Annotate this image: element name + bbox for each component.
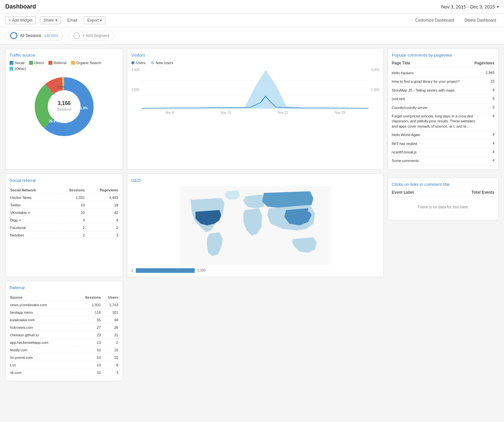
users-cell: 9 bbox=[101, 362, 118, 369]
users-dot-icon bbox=[131, 61, 135, 64]
page-title-cell: StoryMap JS - Telling stories with maps. bbox=[392, 88, 478, 93]
svg-point-5 bbox=[48, 90, 81, 123]
table-row: How to find a good library for your proj… bbox=[392, 78, 495, 86]
users-cell: 44 bbox=[101, 317, 118, 324]
segment-percentage: 100.00% bbox=[44, 34, 58, 38]
sessions-cell: 27 bbox=[75, 324, 101, 331]
pageviews-cell: 4 bbox=[478, 158, 495, 163]
table-row: kulakowka.com5544 bbox=[10, 317, 118, 324]
users-cell: 10 bbox=[101, 347, 118, 354]
ref-col-source: Source bbox=[10, 294, 74, 301]
svg-text:61.8%: 61.8% bbox=[79, 106, 88, 110]
network-cell: Facebook bbox=[10, 224, 56, 231]
popular-comments-header: Page Title Pageviews bbox=[392, 61, 495, 68]
referral-card: Referral Source Sessions Users news.ycom… bbox=[5, 281, 123, 381]
email-button[interactable]: Email bbox=[65, 17, 80, 24]
users-cell: 101 bbox=[101, 309, 118, 316]
visitors-chart-svg bbox=[142, 67, 369, 109]
social-referral-title: Social referral bbox=[9, 178, 119, 183]
row-3: Referral Source Sessions Users news.ycom… bbox=[5, 281, 499, 381]
sessions-cell: 3 bbox=[57, 217, 85, 224]
users-legend-item: Users bbox=[131, 61, 146, 65]
source-cell: news.ycombinator.com bbox=[10, 302, 74, 308]
network-cell: Netvibes bbox=[10, 232, 56, 239]
ref-col-sessions: Sessions bbox=[75, 294, 101, 301]
users-cell: 1,743 bbox=[101, 302, 118, 308]
table-row: Digg ⇄34 bbox=[10, 217, 118, 224]
all-sessions-segment[interactable]: All Sessions 100.00% bbox=[5, 30, 63, 41]
delete-button[interactable]: Delete Dashboard bbox=[462, 17, 499, 24]
row-1: Traffic source Social Direct Referral Or… bbox=[5, 48, 499, 170]
source-cell: bestapp.menu bbox=[10, 309, 74, 316]
row-2: Social referral Social Network Sessions … bbox=[5, 174, 499, 277]
social-col-network: Social Network bbox=[10, 187, 56, 194]
traffic-legend: Social Direct Referral Organic Search (O… bbox=[9, 61, 119, 71]
users-cell: 3 bbox=[101, 369, 118, 376]
add-widget-button[interactable]: + Add Widget bbox=[5, 16, 36, 24]
source-cell: hn.premii.com bbox=[10, 354, 74, 361]
new-users-dot-icon bbox=[151, 61, 154, 64]
main-content: Traffic source Social Direct Referral Or… bbox=[0, 44, 504, 389]
source-cell: kulakowka.com bbox=[10, 317, 74, 324]
donut-svg: 3,166 Sessions 61.8% 26.9% 9.9% bbox=[31, 74, 97, 139]
source-cell: t.co bbox=[10, 362, 74, 369]
page-title-cell: Some comments bbox=[392, 158, 478, 163]
table-row: cheeaun.github.io2321 bbox=[10, 332, 118, 339]
table-row: Countly/countly-server5 bbox=[392, 104, 495, 112]
geo-bar-max: 1,330 bbox=[197, 269, 206, 272]
sessions-cell: 1,931 bbox=[75, 302, 101, 308]
share-button[interactable]: Share ▾ bbox=[40, 16, 61, 24]
toolbar: + Add Widget Share ▾ Email Export ▾ Cust… bbox=[0, 14, 504, 27]
source-cell: app.hackerwebapp.com bbox=[10, 339, 74, 346]
popular-comments-card: Popular comments by pageview Page Title … bbox=[387, 48, 499, 170]
legend-referral: Referral bbox=[48, 61, 66, 65]
table-row: Twitter1018 bbox=[10, 202, 118, 209]
segment-circle-icon bbox=[10, 32, 17, 39]
geo-bar-fill bbox=[136, 268, 195, 273]
table-row: Hacker News1,9314,443 bbox=[10, 194, 118, 201]
svg-text:3,166: 3,166 bbox=[58, 100, 71, 106]
network-cell: Hacker News bbox=[10, 194, 56, 201]
geo-bar-min: 1 bbox=[131, 269, 133, 272]
add-segment-button[interactable]: + Add Segment bbox=[68, 31, 114, 41]
table-row: VKontakte ⇄1042 bbox=[10, 209, 118, 216]
pageviews-cell: 6 bbox=[478, 97, 495, 101]
pageviews-cell: 18 bbox=[85, 202, 118, 209]
table-row: bestapp.menu116101 bbox=[10, 309, 118, 316]
clicks-col-label: Event Label bbox=[392, 190, 414, 195]
sessions-cell: 10 bbox=[57, 209, 85, 216]
customize-button[interactable]: Customize Dashboard bbox=[413, 17, 457, 24]
page-title-cell: (not set) bbox=[392, 97, 478, 101]
source-cell: cheeaun.github.io bbox=[10, 332, 74, 339]
sessions-cell: 1,931 bbox=[57, 194, 85, 201]
segment-bar: All Sessions 100.00% + Add Segment bbox=[0, 27, 504, 44]
users-cell: 2 bbox=[101, 339, 118, 346]
table-row: ncsoft/Unreal.js4 bbox=[392, 148, 495, 157]
share-icon: ⇄ bbox=[19, 219, 21, 222]
table-row: Netvibes23 bbox=[10, 232, 118, 239]
page-title-cell: Hello World Again bbox=[392, 132, 478, 137]
donut-chart: 3,166 Sessions 61.8% 26.9% 9.9% bbox=[9, 74, 119, 139]
page-title-cell: Countly/countly-server bbox=[392, 105, 478, 110]
referral-title: Referral bbox=[9, 285, 119, 290]
toolbar-left: + Add Widget Share ▾ Email Export ▾ bbox=[5, 16, 105, 24]
table-row: Hello hackers2,945 bbox=[392, 69, 495, 78]
date-dropdown-icon[interactable]: ▾ bbox=[497, 5, 499, 9]
right-col: Clicks on links in comment title Event L… bbox=[387, 174, 499, 277]
pageviews-cell: 3 bbox=[85, 232, 118, 239]
social-col-sessions: Sessions bbox=[57, 187, 85, 194]
other-color-icon bbox=[9, 67, 13, 71]
sessions-cell: 10 bbox=[75, 354, 101, 361]
sessions-cell: 13 bbox=[75, 339, 101, 346]
direct-color-icon bbox=[29, 61, 33, 65]
legend-organic: Organic Search bbox=[71, 61, 101, 65]
network-cell: Digg ⇄ bbox=[10, 217, 56, 224]
ref-col-users: Users bbox=[101, 294, 118, 301]
clicks-links-card: Clicks on links in comment title Event L… bbox=[387, 178, 499, 220]
users-cell: 21 bbox=[101, 332, 118, 339]
users-cell: 10 bbox=[101, 354, 118, 361]
table-row: hckrnews.com2726 bbox=[10, 324, 118, 331]
export-button[interactable]: Export ▾ bbox=[84, 16, 106, 24]
segment-label: All Sessions bbox=[20, 33, 41, 38]
visitors-title: Visitors bbox=[131, 53, 379, 58]
